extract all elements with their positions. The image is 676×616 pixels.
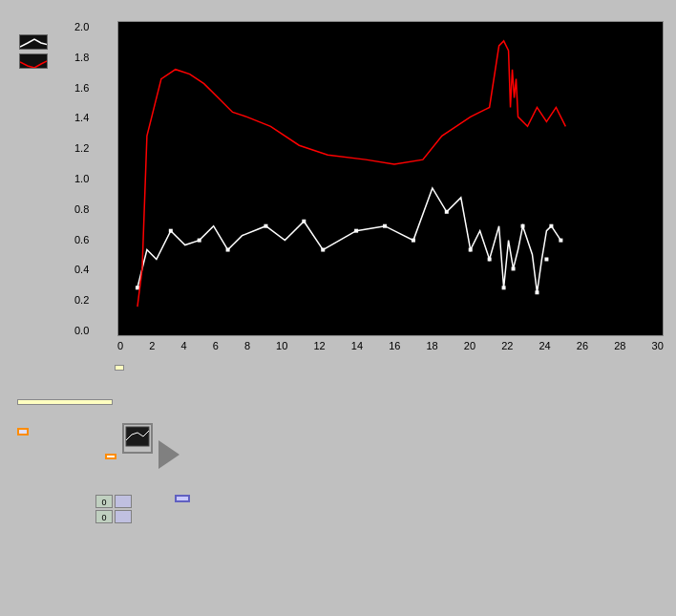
x-tick-12: 12 [313,340,325,351]
svg-rect-0 [136,286,139,289]
svg-rect-10 [445,210,449,214]
num-box-1: 0 [95,495,113,508]
chart-container: 2.0 1.8 1.6 1.4 1.2 1.0 0.8 0.6 0.4 0.2 … [8,8,668,351]
num-box-2 [115,495,132,508]
num-box-3: 0 [95,510,113,523]
block-diagram: N i 2 [8,361,668,611]
svg-rect-8 [383,224,387,228]
chan1-icon-svg [20,35,48,50]
svg-rect-5 [302,220,306,223]
svg-rect-12 [488,257,492,261]
y-tick-08: 0.8 [74,203,89,215]
svg-rect-2 [198,239,201,243]
x-tick-14: 14 [351,340,363,351]
x-tick-16: 16 [389,340,400,351]
x-tick-0: 0 [117,340,123,351]
x-axis-ticks: 0 2 4 6 8 10 12 14 16 18 20 22 24 26 28 … [117,340,664,351]
y-tick-12: 1.2 [74,142,89,154]
y-tick-18: 1.8 [74,52,89,63]
timestamp-box[interactable] [17,428,29,435]
x-tick-24: 24 [539,340,551,351]
x-tick-22: 22 [501,340,513,351]
chart-legend [15,21,111,73]
legend-chan2 [15,53,111,69]
x-tick-4: 4 [180,340,186,351]
x-tick-6: 6 [213,340,219,351]
icon-box-left [122,423,153,454]
y-axis-ticks: 2.0 1.8 1.6 1.4 1.2 1.0 0.8 0.6 0.4 0.2 … [74,21,89,336]
svg-rect-4 [264,224,267,228]
chan2-icon [19,53,48,69]
x-tick-30: 30 [652,340,664,351]
y-tick-06: 0.6 [74,234,89,245]
svg-rect-7 [354,229,358,233]
x-tick-2: 2 [149,340,155,351]
chan2-icon-svg [20,54,48,69]
y-tick-02: 0.2 [74,294,89,306]
svg-rect-13 [502,286,506,289]
svg-rect-1 [169,229,173,233]
x-tick-10: 10 [276,340,287,351]
chart-plot [117,21,664,336]
legend-chan1 [15,34,111,50]
x-tick-20: 20 [464,340,475,351]
svg-rect-17 [544,257,548,261]
svg-rect-9 [412,239,415,243]
svg-rect-18 [549,224,553,228]
labview-time-box [17,399,113,405]
svg-rect-6 [321,248,325,252]
svg-rect-3 [226,248,230,252]
x-tick-26: 26 [577,340,588,351]
history-box[interactable] [175,495,190,502]
x-tick-8: 8 [244,340,250,351]
icon-box-left-svg [124,425,151,452]
svg-rect-11 [469,248,473,252]
chan1-icon [19,34,48,50]
chart-svg [118,22,663,335]
x-tick-28: 28 [614,340,625,351]
y-tick-10: 1.0 [74,173,89,184]
y-tick-00: 0.0 [74,325,89,336]
x-tick-18: 18 [426,340,437,351]
annotation-box [115,365,124,371]
add-function-arrow [158,440,180,469]
svg-rect-15 [521,224,525,228]
svg-rect-19 [559,239,562,243]
numeric-boxes: 0 0 [95,495,132,523]
y-tick-14: 1.4 [74,112,89,123]
svg-rect-16 [535,290,539,294]
svg-rect-14 [512,266,516,270]
y-tick-04: 0.4 [74,264,89,275]
num-box-4 [115,510,132,523]
y-tick-20: 2.0 [74,21,89,32]
value-3600[interactable] [105,454,116,459]
y-tick-16: 1.6 [74,82,89,94]
